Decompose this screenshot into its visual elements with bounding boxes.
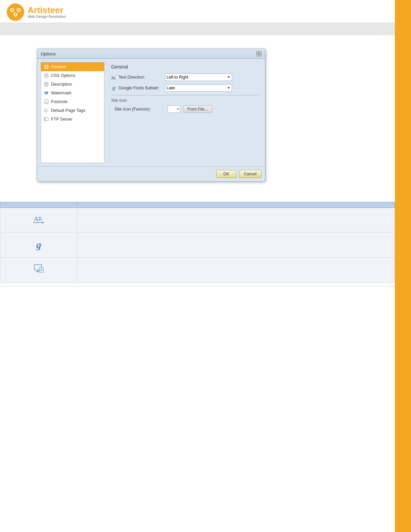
text-direction-row: A B Text Direction: Left to Right: [111, 74, 258, 81]
nav-label-watermark: Watermark: [51, 91, 72, 95]
site-icon-dropdown[interactable]: [168, 105, 180, 113]
logo-circle: [7, 3, 24, 21]
dialog-close-button[interactable]: ×: [256, 51, 262, 56]
ab-text-icon: A B: [34, 216, 44, 225]
panel-title: General: [111, 64, 258, 70]
table-cell-desc-1: [78, 208, 395, 232]
globe-icon: [44, 64, 49, 70]
app-title: Artisteer: [28, 6, 66, 14]
nav-item-description[interactable]: Description: [41, 80, 104, 89]
table-header-col2: [78, 202, 395, 208]
cancel-button[interactable]: Cancel: [239, 170, 262, 178]
google-fonts-icon: g: [111, 85, 117, 91]
svg-point-4: [11, 9, 13, 11]
google-fonts-row: g Google Fonts Subset: Latin Latin Exten…: [111, 84, 258, 92]
google-icon: g: [36, 239, 41, 250]
svg-point-25: [45, 119, 45, 120]
nav-item-footnote[interactable]: Footnote: [41, 97, 104, 106]
nav-item-ftp[interactable]: FTP Server: [41, 115, 104, 124]
svg-text:A: A: [34, 215, 39, 223]
dialog-overlay: Options ×: [37, 49, 265, 182]
table-cell-icon-2: g: [0, 232, 78, 258]
bottom-table: A B g: [0, 202, 395, 283]
logo-svg: [9, 6, 22, 18]
table-cell-icon-3: [0, 258, 78, 283]
footer-line: [0, 286, 395, 286]
table-cell-desc-2: [78, 232, 395, 258]
right-sidebar: [395, 0, 411, 532]
footnote-icon: [44, 99, 49, 104]
text-direction-select[interactable]: Left to Right Right to Left: [165, 74, 232, 81]
dialog-nav: General CSS Options: [41, 62, 104, 163]
nav-item-css[interactable]: CSS Options: [41, 71, 104, 80]
toolbar: [0, 23, 395, 35]
svg-point-26: [45, 120, 45, 120]
svg-point-21: [45, 110, 46, 111]
section-divider: [111, 95, 258, 95]
options-dialog: Options ×: [37, 49, 265, 182]
svg-text:B: B: [38, 216, 42, 222]
nav-item-general[interactable]: General: [41, 62, 104, 71]
nav-label-ftp: FTP Server: [51, 117, 73, 122]
watermark-icon: W: [44, 90, 49, 96]
main-content: Options ×: [0, 35, 395, 198]
nav-item-watermark[interactable]: W Watermark: [41, 89, 104, 97]
dialog-titlebar: Options ×: [37, 49, 265, 59]
header: Artisteer Web Design Revolution: [0, 0, 395, 23]
dialog-body: General CSS Options: [37, 59, 265, 166]
nav-label-description: Description: [51, 82, 72, 87]
site-icon-section-label: Site Icon: [111, 98, 258, 103]
site-icon-row: Site Icon (Favicon): From File...: [115, 105, 258, 113]
table-cell-desc-3: [78, 258, 395, 283]
page-tags-icon: [44, 108, 49, 113]
monitor-icon: [34, 266, 44, 275]
table-row: [0, 258, 395, 283]
svg-rect-19: [45, 100, 48, 104]
svg-point-6: [14, 14, 16, 16]
nav-label-css: CSS Options: [51, 73, 75, 78]
table-header-col1: [0, 202, 78, 208]
dialog-panel: General A B: [108, 62, 262, 163]
description-icon: [44, 82, 49, 87]
nav-label-footnote: Footnote: [51, 99, 67, 104]
text-direction-icon: A B: [111, 75, 117, 80]
nav-label-general: General: [51, 64, 66, 69]
google-fonts-label: g Google Fonts Subset:: [111, 85, 165, 91]
ftp-icon: [44, 117, 49, 122]
nav-item-page-tags[interactable]: Default Page Tags: [41, 106, 104, 115]
table-row: A B: [0, 208, 395, 232]
svg-text:B: B: [113, 76, 115, 79]
text-direction-label: A B Text Direction:: [111, 75, 165, 80]
table-cell-icon-1: A B: [0, 208, 78, 232]
dialog-footer: OK Cancel: [37, 166, 265, 181]
site-icon-label: Site Icon (Favicon):: [115, 107, 165, 112]
ok-button[interactable]: OK: [216, 170, 236, 178]
svg-point-5: [18, 9, 20, 11]
svg-point-24: [45, 118, 45, 119]
from-file-button[interactable]: From File...: [183, 105, 212, 113]
dialog-title: Options: [41, 51, 56, 56]
google-fonts-select[interactable]: Latin Latin Extended Cyrillic Greek Viet…: [165, 84, 232, 92]
table-row: g: [0, 232, 395, 258]
app-subtitle: Web Design Revolution: [28, 14, 66, 18]
css-icon: [44, 73, 49, 78]
logo-text: Artisteer Web Design Revolution: [28, 6, 66, 18]
svg-rect-14: [45, 82, 48, 86]
nav-label-page-tags: Default Page Tags: [51, 108, 85, 113]
svg-marker-35: [42, 221, 44, 223]
